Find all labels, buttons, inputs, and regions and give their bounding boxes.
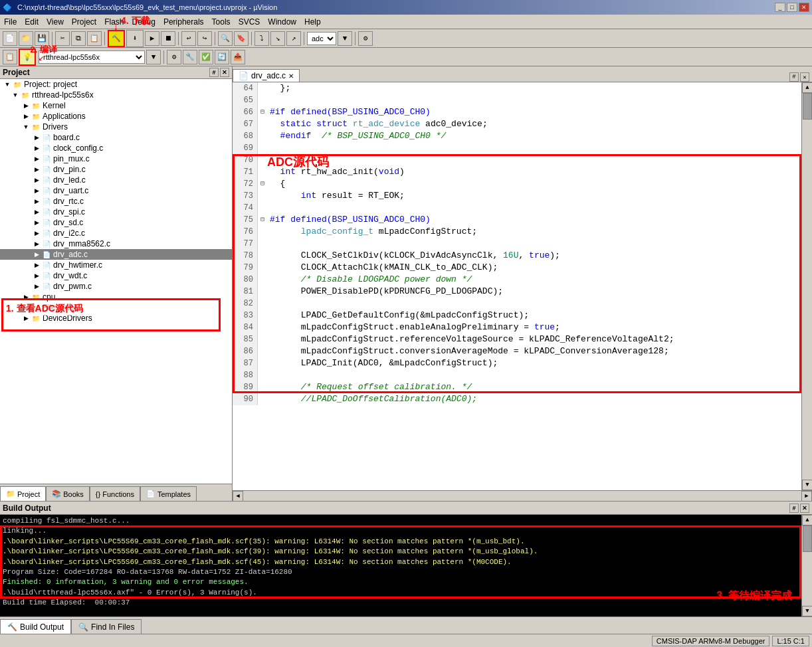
scroll-right-button[interactable]: ▶ bbox=[801, 491, 812, 502]
tab-functions[interactable]: {} Functions bbox=[90, 486, 140, 501]
rtthread-expand-icon[interactable]: ▼ bbox=[11, 90, 20, 100]
build-output-content[interactable]: compiling fsl_sdmmc_host.c...linking....… bbox=[0, 515, 801, 616]
clock-expand-icon[interactable]: ▶ bbox=[32, 143, 41, 153]
editor-close-button[interactable]: ✕ bbox=[800, 72, 809, 82]
tree-drv-uart-c[interactable]: ▶ 📄 drv_uart.c bbox=[0, 185, 232, 196]
drv-hwtimer-expand-icon[interactable]: ▶ bbox=[32, 260, 41, 270]
stop-debug-button[interactable]: ⏹ bbox=[161, 31, 175, 46]
menu-window[interactable]: Window bbox=[264, 16, 300, 28]
drv-sd-expand-icon[interactable]: ▶ bbox=[32, 218, 41, 227]
scroll-thumb[interactable] bbox=[803, 93, 812, 120]
tree-drv-adc-c[interactable]: ▶ 📄 drv_adc.c bbox=[0, 249, 232, 260]
tb2-btn5[interactable]: ✅ bbox=[199, 50, 213, 64]
pin-mux-expand-icon[interactable]: ▶ bbox=[32, 154, 41, 163]
menu-peripherals[interactable]: Peripherals bbox=[159, 16, 208, 28]
settings-button[interactable]: ⚙ bbox=[358, 31, 373, 46]
drv-led-expand-icon[interactable]: ▶ bbox=[32, 175, 41, 185]
tab-project[interactable]: 📁 Project bbox=[0, 486, 46, 501]
menu-svcs[interactable]: SVCS bbox=[235, 16, 264, 28]
tree-drv-led-c[interactable]: ▶ 📄 drv_led.c bbox=[0, 175, 232, 185]
tree-drv-hwtimer-c[interactable]: ▶ 📄 drv_hwtimer.c bbox=[0, 260, 232, 270]
drv-wdt-expand-icon[interactable]: ▶ bbox=[32, 271, 41, 280]
build-scroll-up-button[interactable]: ▲ bbox=[802, 515, 812, 525]
board-expand-icon[interactable]: ▶ bbox=[32, 133, 41, 142]
close-button[interactable]: ✕ bbox=[799, 3, 809, 12]
scroll-up-button[interactable]: ▲ bbox=[802, 82, 812, 93]
root-expand-icon[interactable]: ▼ bbox=[3, 80, 12, 89]
filesystem-expand-icon[interactable]: ▶ bbox=[21, 303, 31, 312]
scroll-down-button[interactable]: ▼ bbox=[802, 480, 812, 490]
editor-tab-close-button[interactable]: ✕ bbox=[288, 72, 294, 80]
tb2-btn4[interactable]: 🔧 bbox=[183, 50, 197, 64]
tree-kernel[interactable]: ▶ 📁 Kernel bbox=[0, 100, 232, 111]
paste-button[interactable]: 📋 bbox=[87, 31, 102, 46]
copy-button[interactable]: ⧉ bbox=[71, 31, 86, 46]
vertical-scrollbar[interactable]: ▲ ▼ bbox=[801, 82, 812, 490]
target-options-button[interactable]: ▼ bbox=[338, 31, 352, 46]
menu-view[interactable]: View bbox=[43, 16, 68, 28]
search-button[interactable]: 🔍 bbox=[218, 31, 233, 46]
step-over-button[interactable]: ⤵ bbox=[254, 31, 269, 46]
tab-find-in-files[interactable]: 🔍 Find In Files bbox=[71, 619, 142, 634]
tree-cpu[interactable]: ▶ 📁 cpu bbox=[0, 292, 232, 302]
config-options-button[interactable]: ▼ bbox=[146, 50, 161, 64]
apps-expand-icon[interactable]: ▶ bbox=[21, 112, 31, 121]
build-vertical-scrollbar[interactable]: ▲ ▼ bbox=[801, 515, 812, 616]
menu-edit[interactable]: Edit bbox=[21, 16, 43, 28]
panel-pin-button[interactable]: # bbox=[209, 68, 219, 77]
start-debug-button[interactable]: ▶ bbox=[145, 31, 159, 46]
tab-books[interactable]: 📚 Books bbox=[46, 486, 90, 501]
tree-drv-pin-c[interactable]: ▶ 📄 drv_pin.c bbox=[0, 164, 232, 175]
drv-spi-expand-icon[interactable]: ▶ bbox=[32, 207, 41, 217]
drv-pin-expand-icon[interactable]: ▶ bbox=[32, 165, 41, 174]
drv-i2c-expand-icon[interactable]: ▶ bbox=[32, 229, 41, 238]
drivers-expand-icon[interactable]: ▼ bbox=[21, 122, 31, 132]
tree-drivers[interactable]: ▼ 📁 Drivers bbox=[0, 122, 232, 132]
cut-button[interactable]: ✂ bbox=[55, 31, 70, 46]
editor-pin-button[interactable]: # bbox=[789, 72, 799, 82]
build-panel-close-button[interactable]: ✕ bbox=[800, 504, 809, 513]
drv-mma-expand-icon[interactable]: ▶ bbox=[32, 239, 41, 248]
build-scroll-track[interactable] bbox=[802, 525, 812, 606]
redo-button[interactable]: ↪ bbox=[197, 31, 212, 46]
menu-file[interactable]: File bbox=[0, 16, 21, 28]
tree-drv-mma-c[interactable]: ▶ 📄 drv_mma8562.c bbox=[0, 238, 232, 249]
tree-filesystem[interactable]: ▶ 📁 Filesystem bbox=[0, 302, 232, 313]
kernel-expand-icon[interactable]: ▶ bbox=[21, 101, 31, 110]
step-out-button[interactable]: ↗ bbox=[286, 31, 301, 46]
tree-drv-spi-c[interactable]: ▶ 📄 drv_spi.c bbox=[0, 207, 232, 217]
drv-uart-expand-icon[interactable]: ▶ bbox=[32, 186, 41, 195]
download-button[interactable]: ⬇ bbox=[126, 30, 144, 47]
scroll-left-button[interactable]: ◀ bbox=[233, 491, 243, 502]
tree-rtthread[interactable]: ▼ 📁 rtthread-lpc55s6x bbox=[0, 90, 232, 100]
build-panel-pin-button[interactable]: # bbox=[789, 504, 799, 513]
menu-project[interactable]: Project bbox=[68, 16, 100, 28]
tree-drv-rtc-c[interactable]: ▶ 📄 drv_rtc.c bbox=[0, 196, 232, 207]
drv-pwm-expand-icon[interactable]: ▶ bbox=[32, 282, 41, 291]
tree-root[interactable]: ▼ 📁 Project: project bbox=[0, 79, 232, 90]
tab-build-output[interactable]: 🔨 Build Output bbox=[0, 619, 71, 634]
panel-close-button[interactable]: ✕ bbox=[220, 68, 229, 77]
tree-clock-config-c[interactable]: ▶ 📄 clock_config.c bbox=[0, 143, 232, 153]
menu-tools[interactable]: Tools bbox=[208, 16, 235, 28]
tab-templates[interactable]: 📄 Templates bbox=[140, 486, 197, 501]
tree-board-c[interactable]: ▶ 📄 board.c bbox=[0, 132, 232, 143]
tree-drv-wdt-c[interactable]: ▶ 📄 drv_wdt.c bbox=[0, 270, 232, 281]
tb2-btn1[interactable]: 📋 bbox=[3, 50, 17, 64]
cpu-expand-icon[interactable]: ▶ bbox=[21, 292, 31, 302]
tree-drv-sd-c[interactable]: ▶ 📄 drv_sd.c bbox=[0, 217, 232, 228]
step-in-button[interactable]: ↘ bbox=[270, 31, 285, 46]
tb2-btn7[interactable]: 📤 bbox=[231, 50, 245, 64]
maximize-button[interactable]: □ bbox=[787, 3, 797, 12]
devicedrivers-expand-icon[interactable]: ▶ bbox=[21, 314, 31, 323]
build-scroll-thumb[interactable] bbox=[803, 525, 812, 552]
tree-drv-pwm-c[interactable]: ▶ 📄 drv_pwm.c bbox=[0, 281, 232, 292]
minimize-button[interactable]: _ bbox=[775, 3, 785, 12]
drv-adc-expand-icon[interactable]: ▶ bbox=[32, 250, 41, 259]
tree-applications[interactable]: ▶ 📁 Applications bbox=[0, 111, 232, 122]
drv-rtc-expand-icon[interactable]: ▶ bbox=[32, 197, 41, 206]
new-file-button[interactable]: 📄 bbox=[3, 31, 17, 46]
horizontal-scrollbar[interactable]: ◀ ▶ bbox=[233, 490, 812, 501]
code-editor[interactable]: 64 }; 65 66 ⊟ #if defined(BSP_USI bbox=[233, 82, 801, 490]
tb2-btn6[interactable]: 🔄 bbox=[215, 50, 229, 64]
